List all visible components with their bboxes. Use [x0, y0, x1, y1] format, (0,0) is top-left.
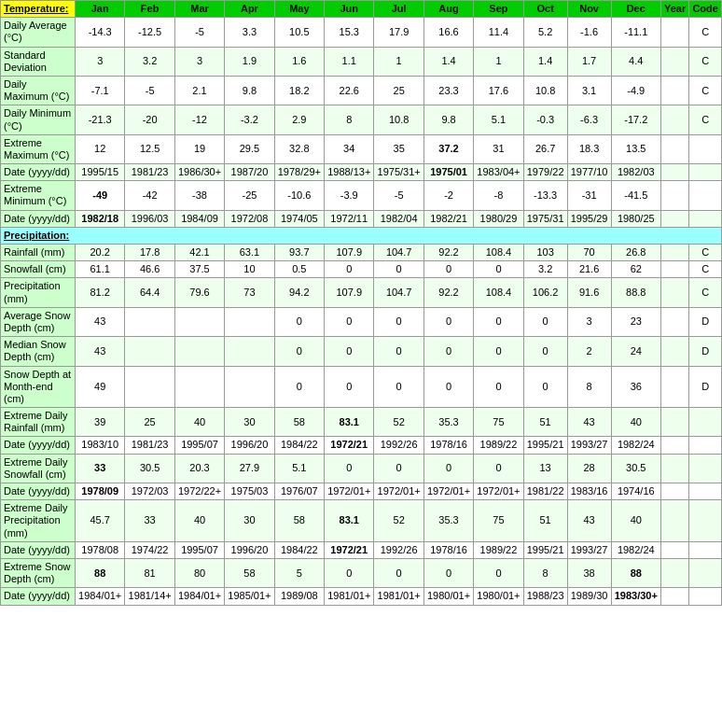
- data-cell: -11.1: [611, 18, 660, 47]
- data-cell: -41.5: [611, 181, 660, 210]
- data-cell: 1976/07: [274, 483, 324, 500]
- data-cell: [225, 307, 274, 336]
- data-cell: 29.5: [225, 134, 274, 163]
- data-cell: 35.3: [423, 408, 473, 437]
- data-cell: [125, 307, 174, 336]
- data-cell: -12.5: [125, 18, 174, 47]
- data-cell: 63.1: [225, 245, 274, 261]
- data-cell: 8: [567, 366, 611, 408]
- data-cell: D: [689, 337, 722, 366]
- data-cell: 1988/23: [523, 588, 567, 605]
- data-cell: 20.2: [76, 245, 125, 261]
- data-cell: 93.7: [274, 245, 324, 261]
- data-cell: 1978/29+: [274, 164, 324, 181]
- data-cell: [689, 181, 722, 210]
- data-cell: 1984/01+: [76, 588, 125, 605]
- data-cell: [225, 366, 274, 408]
- aug-header: Aug: [423, 1, 473, 18]
- row-label: Daily Average (°C): [1, 18, 76, 47]
- data-cell: 43: [76, 337, 125, 366]
- data-cell: 51: [523, 408, 567, 437]
- data-cell: [660, 76, 688, 105]
- data-cell: 17.6: [474, 76, 523, 105]
- data-cell: 1980/01+: [474, 588, 523, 605]
- data-cell: 13: [523, 454, 567, 483]
- data-cell: 83.1: [325, 500, 374, 542]
- data-cell: D: [689, 307, 722, 336]
- data-cell: 38: [567, 558, 611, 587]
- data-cell: 1982/04: [374, 210, 423, 227]
- data-cell: 17.9: [374, 18, 423, 47]
- data-cell: 0: [523, 337, 567, 366]
- data-cell: 1972/01+: [474, 483, 523, 500]
- data-cell: 1980/01+: [423, 588, 473, 605]
- data-cell: [660, 588, 688, 605]
- data-cell: [174, 337, 224, 366]
- data-cell: 1993/27: [567, 541, 611, 558]
- data-cell: -5: [125, 76, 174, 105]
- row-label: Snow Depth at Month-end (cm): [1, 366, 76, 408]
- data-cell: 1972/21: [325, 437, 374, 454]
- data-cell: [660, 337, 688, 366]
- data-cell: 26.7: [523, 134, 567, 163]
- data-cell: 1992/26: [374, 541, 423, 558]
- data-cell: 1.4: [423, 47, 473, 76]
- data-cell: 107.9: [325, 245, 374, 261]
- data-cell: 1972/11: [325, 210, 374, 227]
- data-cell: 9.8: [423, 105, 473, 134]
- data-cell: 1986/30+: [174, 164, 224, 181]
- data-cell: 33: [125, 500, 174, 542]
- data-cell: -49: [76, 181, 125, 210]
- nov-header: Nov: [567, 1, 611, 18]
- data-cell: C: [689, 18, 722, 47]
- data-cell: 92.2: [423, 245, 473, 261]
- data-cell: 18.2: [274, 76, 324, 105]
- data-cell: 1981/23: [125, 437, 174, 454]
- row-label: Date (yyyy/dd): [1, 541, 76, 558]
- data-cell: 1983/16: [567, 483, 611, 500]
- data-cell: 0: [423, 337, 473, 366]
- data-cell: 3.2: [125, 47, 174, 76]
- data-cell: 17.8: [125, 245, 174, 261]
- data-cell: 1978/16: [423, 541, 473, 558]
- data-cell: [660, 105, 688, 134]
- data-cell: C: [689, 245, 722, 261]
- data-cell: 0: [325, 337, 374, 366]
- data-cell: 0: [523, 307, 567, 336]
- data-cell: 91.6: [567, 278, 611, 307]
- data-cell: [660, 181, 688, 210]
- data-cell: 108.4: [474, 245, 523, 261]
- jun-header: Jun: [325, 1, 374, 18]
- data-cell: 79.6: [174, 278, 224, 307]
- data-cell: 61.1: [76, 261, 125, 278]
- data-cell: 70: [567, 245, 611, 261]
- data-cell: [174, 366, 224, 408]
- data-cell: 3.1: [567, 76, 611, 105]
- data-cell: 104.7: [374, 278, 423, 307]
- data-cell: 0: [474, 558, 523, 587]
- data-cell: 1977/10: [567, 164, 611, 181]
- data-cell: 1982/24: [611, 437, 660, 454]
- data-cell: 92.2: [423, 278, 473, 307]
- data-cell: 43: [76, 307, 125, 336]
- data-cell: 1988/13+: [325, 164, 374, 181]
- data-cell: 0: [474, 366, 523, 408]
- data-cell: 43: [567, 500, 611, 542]
- row-label: Snowfall (cm): [1, 261, 76, 278]
- data-cell: 40: [611, 408, 660, 437]
- data-cell: -31: [567, 181, 611, 210]
- row-label: Date (yyyy/dd): [1, 483, 76, 500]
- data-cell: [660, 134, 688, 163]
- dec-header: Dec: [611, 1, 660, 18]
- data-cell: 43: [567, 408, 611, 437]
- data-cell: 1975/31+: [374, 164, 423, 181]
- data-cell: 88: [76, 558, 125, 587]
- data-cell: -2: [423, 181, 473, 210]
- data-cell: 3: [174, 47, 224, 76]
- data-cell: 11.4: [474, 18, 523, 47]
- data-cell: 35.3: [423, 500, 473, 542]
- oct-header: Oct: [523, 1, 567, 18]
- row-label: Precipitation (mm): [1, 278, 76, 307]
- data-cell: 1972/21: [325, 541, 374, 558]
- data-cell: C: [689, 278, 722, 307]
